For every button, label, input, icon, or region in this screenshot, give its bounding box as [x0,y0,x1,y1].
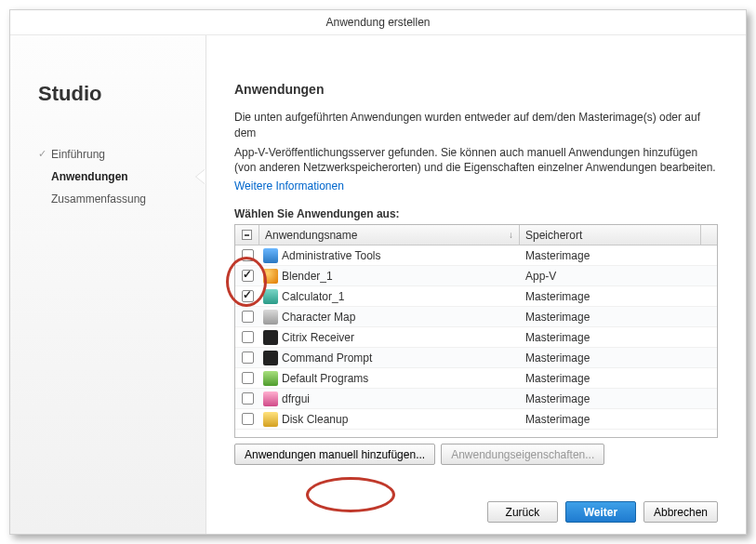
row-checkbox-cell[interactable] [235,331,259,343]
back-button[interactable]: Zurück [487,501,558,523]
row-location-cell: Masterimage [520,372,717,385]
row-name-cell: Calculator_1 [259,289,520,304]
row-name-cell: dfrgui [259,391,520,406]
table-row[interactable]: Character MapMasterimage [235,307,717,327]
app-name: Blender_1 [282,270,333,283]
app-name: Disk Cleanup [282,413,348,426]
row-checkbox[interactable] [242,331,254,343]
table-body[interactable]: Administrative ToolsMasterimageBlender_1… [235,245,717,437]
header-scroll-gutter [701,225,717,245]
row-checkbox-cell[interactable] [235,290,259,302]
row-checkbox[interactable] [242,392,254,405]
row-checkbox-cell[interactable] [235,392,259,405]
row-checkbox[interactable] [242,249,254,261]
table-row[interactable]: Administrative ToolsMasterimage [235,245,717,266]
row-name-cell: Command Prompt [259,351,520,365]
table-row[interactable]: Blender_1App-V [235,266,717,286]
row-name-cell: Character Map [259,310,520,325]
app-name: Command Prompt [282,352,372,365]
cancel-button[interactable]: Abbrechen [643,501,718,523]
row-location-cell: Masterimage [520,392,717,405]
wizard-step-zusammenfassung[interactable]: Zusammenfassung [38,188,187,210]
wizard-step-einführung[interactable]: Einführung [38,143,187,166]
annotation-next-highlight [306,477,395,512]
wizard-step-anwendungen: Anwendungen [38,166,187,188]
row-location-cell: Masterimage [520,331,717,344]
next-button[interactable]: Weiter [565,501,636,523]
wizard-footer: Zurück Weiter Abbrechen [234,484,718,523]
header-checkbox-cell[interactable] [235,225,259,245]
window-title: Anwendung erstellen [10,10,746,34]
table-label: Wählen Sie Anwendungen aus: [234,207,718,220]
window-body: Studio EinführungAnwendungenZusammenfass… [10,34,746,534]
table-row[interactable]: Command PromptMasterimage [235,348,717,368]
row-checkbox[interactable] [242,311,254,323]
app-icon [263,248,278,263]
header-location-label: Speicherort [525,229,582,242]
app-name: Character Map [282,311,355,324]
row-checkbox-cell[interactable] [235,372,259,384]
page-heading: Anwendungen [234,82,718,97]
row-name-cell: Citrix Receiver [259,330,520,345]
table-row[interactable]: Disk CleanupMasterimage [235,409,717,430]
row-location-cell: Masterimage [520,352,717,365]
app-icon [263,330,278,345]
table-row[interactable]: Calculator_1Masterimage [235,286,717,307]
header-name-label: Anwendungsname [265,229,357,242]
row-location-cell: Masterimage [520,290,717,303]
wizard-steps: EinführungAnwendungenZusammenfassung [38,143,187,210]
table-row[interactable]: dfrguiMasterimage [235,389,717,409]
row-checkbox[interactable] [242,413,254,425]
header-location[interactable]: Speicherort [520,225,701,245]
header-name[interactable]: Anwendungsname ↓ [259,225,520,245]
product-heading: Studio [38,82,187,106]
row-location-cell: App-V [520,270,717,283]
row-checkbox[interactable] [242,352,254,364]
wizard-window: Anwendung erstellen Studio EinführungAnw… [9,9,747,535]
applications-table: Anwendungsname ↓ Speicherort Administrat… [234,224,718,438]
row-checkbox-cell[interactable] [235,413,259,425]
sort-arrow-icon: ↓ [509,230,513,240]
row-name-cell: Disk Cleanup [259,412,520,427]
row-location-cell: Masterimage [520,311,717,324]
app-properties-button: Anwendungseigenschaften... [441,444,604,465]
more-info-link[interactable]: Weitere Informationen [234,179,718,192]
add-manual-button[interactable]: Anwendungen manuell hinzufügen... [234,444,435,465]
row-checkbox-cell[interactable] [235,311,259,323]
table-action-buttons: Anwendungen manuell hinzufügen... Anwend… [234,444,718,465]
select-all-checkbox-indeterminate[interactable] [242,230,252,240]
row-checkbox-cell[interactable] [235,352,259,364]
wizard-main: Anwendungen Die unten aufgeführten Anwen… [206,35,746,534]
app-name: dfrgui [282,392,310,405]
app-icon [263,269,278,284]
app-icon [263,310,278,325]
app-name: Citrix Receiver [282,331,354,344]
row-checkbox[interactable] [242,270,254,282]
row-checkbox[interactable] [242,290,254,302]
app-icon [263,371,278,386]
page-description: Die unten aufgeführten Anwendungen wurde… [234,110,718,141]
app-name: Administrative Tools [282,249,381,262]
row-checkbox-cell[interactable] [235,270,259,282]
table-row[interactable]: Default ProgramsMasterimage [235,368,717,389]
row-name-cell: Blender_1 [259,269,520,284]
app-name: Default Programs [282,372,368,385]
app-name: Calculator_1 [282,290,344,303]
row-checkbox[interactable] [242,372,254,384]
wizard-sidebar: Studio EinführungAnwendungenZusammenfass… [10,35,206,534]
page-description-2: App-V-Veröffentlichungsserver gefunden. … [234,145,718,177]
row-name-cell: Administrative Tools [259,248,520,263]
table-header: Anwendungsname ↓ Speicherort [235,225,717,245]
app-icon [263,351,278,365]
row-location-cell: Masterimage [520,413,717,426]
app-icon [263,412,278,427]
app-icon [263,289,278,304]
row-name-cell: Default Programs [259,371,520,386]
row-location-cell: Masterimage [520,249,717,262]
table-row[interactable]: Citrix ReceiverMasterimage [235,327,717,348]
app-icon [263,391,278,406]
row-checkbox-cell[interactable] [235,249,259,261]
